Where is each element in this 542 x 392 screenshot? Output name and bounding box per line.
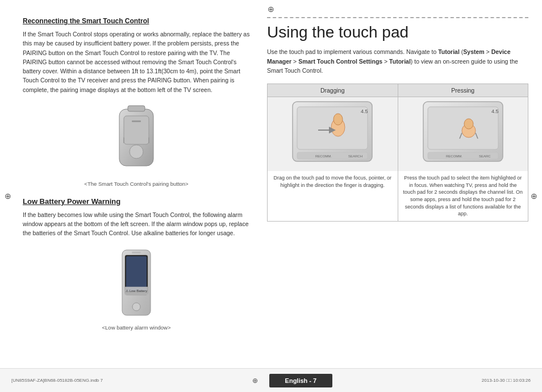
svg-text:4.5: 4.5 bbox=[361, 109, 368, 114]
dashed-divider bbox=[267, 17, 528, 18]
dragging-image-area: RECOMM. SEARCH bbox=[268, 97, 398, 171]
stc-device-image bbox=[108, 103, 165, 178]
svg-text:SEARC: SEARC bbox=[479, 155, 491, 158]
svg-rect-4 bbox=[132, 120, 141, 122]
svg-rect-1 bbox=[128, 106, 145, 111]
pressing-svg: RECOMM. SEARC 4.5 bbox=[418, 99, 508, 170]
svg-rect-2 bbox=[124, 116, 149, 144]
pressing-header: Pressing bbox=[398, 84, 528, 97]
svg-text:SEARCH: SEARCH bbox=[348, 155, 362, 158]
left-column: Reconnecting the Smart Touch Control If … bbox=[23, 17, 250, 364]
footer-left-text: [UN85S9AF-ZA]BN68-05182B-05ENG.indb 7 bbox=[11, 378, 103, 383]
right-column: Using the touch pad Use the touch pad to… bbox=[267, 17, 528, 364]
battery-image-container: ⚠ Low Battery <Low battery alarm window> bbox=[23, 247, 250, 331]
stc-svg bbox=[108, 103, 165, 177]
dragging-caption: Drag on the touch pad to move the focus,… bbox=[268, 171, 398, 192]
battery-body-text: If the battery becomes low while using t… bbox=[23, 210, 250, 238]
pressing-cell: RECOMM. SEARC 4.5 bbox=[398, 97, 528, 222]
compass-right-icon: ⊕ bbox=[531, 191, 537, 201]
dragging-svg: RECOMM. SEARCH bbox=[287, 99, 378, 170]
page-container: ⊕ ⊕ ⊕ Reconnecting the Smart Touch Contr… bbox=[0, 0, 542, 392]
svg-text:RECOMM.: RECOMM. bbox=[315, 155, 332, 158]
settings-bold: Smart Touch Control Settings bbox=[298, 58, 382, 65]
svg-text:⚠ Low Battery: ⚠ Low Battery bbox=[126, 289, 147, 293]
demo-image-row: RECOMM. SEARCH bbox=[268, 97, 528, 222]
bottom-bar: [UN85S9AF-ZA]BN68-05182B-05ENG.indb 7 ⊕ … bbox=[0, 368, 542, 392]
reconnect-section-title: Reconnecting the Smart Touch Control bbox=[23, 17, 250, 25]
tutorial2-bold: Tutorial bbox=[389, 58, 411, 65]
compass-bottom-icon: ⊕ bbox=[252, 377, 258, 385]
pressing-image-area: RECOMM. SEARC 4.5 bbox=[398, 97, 528, 171]
svg-point-20 bbox=[333, 114, 343, 125]
svg-rect-9 bbox=[126, 256, 147, 291]
battery-svg: ⚠ Low Battery bbox=[108, 247, 165, 321]
intro-text: Use the touch pad to implement various c… bbox=[267, 47, 528, 76]
svg-text:4.5: 4.5 bbox=[491, 109, 499, 114]
dragging-header: Dragging bbox=[268, 84, 398, 97]
compass-left-icon: ⊕ bbox=[5, 191, 11, 201]
dragging-cell: RECOMM. SEARCH bbox=[268, 97, 398, 222]
svg-text:RECOMM.: RECOMM. bbox=[446, 155, 462, 158]
svg-rect-13 bbox=[132, 252, 141, 253]
stc-caption: <The Smart Touch Control's pairing butto… bbox=[23, 181, 250, 187]
compass-top-icon: ⊕ bbox=[268, 5, 274, 14]
system-bold: System bbox=[463, 48, 484, 55]
page-number-box: English - 7 bbox=[269, 374, 333, 387]
svg-point-3 bbox=[130, 145, 143, 159]
battery-device-image: ⚠ Low Battery bbox=[108, 247, 165, 322]
battery-section-title: Low Battery Power Warning bbox=[23, 197, 250, 206]
pressing-caption: Press the touch pad to select the item h… bbox=[398, 171, 528, 221]
reconnect-body-text: If the Smart Touch Control stops operati… bbox=[23, 30, 250, 94]
battery-caption: <Low battery alarm window> bbox=[23, 324, 250, 331]
svg-point-28 bbox=[464, 119, 473, 129]
stc-image-container: <The Smart Touch Control's pairing butto… bbox=[23, 103, 250, 187]
svg-point-12 bbox=[132, 303, 140, 311]
tutorial-bold: Tutorial bbox=[438, 48, 460, 55]
main-title: Using the touch pad bbox=[267, 24, 528, 41]
demo-table: Dragging Pressing bbox=[267, 84, 528, 222]
footer-right-text: 2013-10-30 □□ 10:03:26 bbox=[482, 378, 531, 383]
